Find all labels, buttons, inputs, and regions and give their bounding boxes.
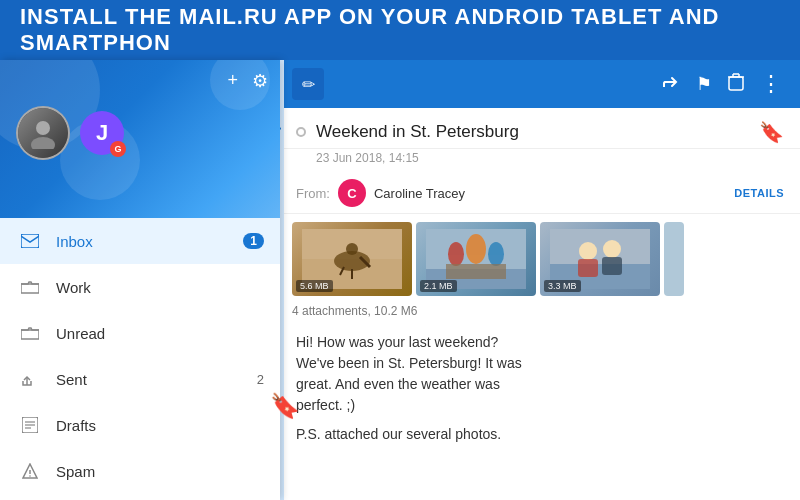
body-line-5: P.S. attached our several photos.: [296, 424, 784, 445]
svg-rect-2: [21, 234, 39, 248]
email-date: 23 Jun 2018, 14:15: [280, 149, 800, 173]
sent-badge: 2: [257, 372, 264, 387]
unread-folder-icon: [16, 326, 44, 341]
email-body: Hi! How was your last weekend? We've bee…: [280, 322, 800, 455]
email-from-row: From: C Caroline Tracey DETAILS: [280, 173, 800, 214]
svg-rect-33: [602, 257, 622, 275]
attachment-1[interactable]: 5.6 MB: [292, 222, 412, 296]
sidebar-item-drafts[interactable]: Drafts: [0, 402, 280, 448]
flag-icon[interactable]: ⚑: [690, 67, 718, 101]
account-avatar[interactable]: J G: [80, 111, 124, 155]
bookmark-icon[interactable]: 🔖: [759, 120, 784, 144]
svg-rect-27: [446, 264, 506, 279]
account-badge: G: [110, 141, 126, 157]
attachment-4-partial[interactable]: [664, 222, 684, 296]
banner-text: INSTALL THE MAIL.RU APP ON YOUR ANDROID …: [20, 4, 780, 56]
work-folder-icon: [16, 280, 44, 295]
pencil-icon: ✏: [302, 75, 315, 94]
attachment-2-size: 2.1 MB: [420, 280, 457, 292]
details-button[interactable]: DETAILS: [734, 187, 784, 199]
svg-point-24: [448, 242, 464, 266]
partial-bookmark: 🔖: [270, 392, 300, 420]
body-spacer: [296, 416, 784, 424]
sidebar: + ⚙ J G Jason Stanton: [0, 60, 280, 500]
svg-point-30: [579, 242, 597, 260]
svg-rect-31: [578, 259, 598, 277]
attachment-1-size: 5.6 MB: [296, 280, 333, 292]
unread-dot: [296, 127, 306, 137]
avatars-row: J G: [0, 106, 280, 160]
sender-name: Caroline Tracey: [374, 186, 465, 201]
svg-point-32: [603, 240, 621, 258]
attachment-3[interactable]: 3.3 MB: [540, 222, 660, 296]
compose-button[interactable]: ✏: [292, 68, 324, 100]
svg-point-9: [29, 475, 31, 477]
attachment-3-size: 3.3 MB: [544, 280, 581, 292]
add-icon[interactable]: +: [227, 70, 238, 92]
drafts-label: Drafts: [56, 417, 264, 434]
main-avatar[interactable]: [16, 106, 70, 160]
from-info: From: C Caroline Tracey: [296, 179, 465, 207]
email-title-left: Weekend in St. Petersburg: [296, 122, 519, 142]
svg-point-0: [36, 121, 50, 135]
sidebar-item-spam[interactable]: Spam: [0, 448, 280, 494]
sidebar-toolbar: + ⚙: [0, 60, 280, 102]
svg-point-18: [346, 243, 358, 255]
sent-label: Sent: [56, 371, 257, 388]
email-header-right: ⚑ ⋮: [656, 65, 788, 103]
sender-avatar: C: [338, 179, 366, 207]
attachments-count: 4 attachments, 10.2 M6: [280, 304, 800, 322]
sent-icon: [16, 371, 44, 387]
unread-label: Unread: [56, 325, 264, 342]
body-line-4: perfect. ;): [296, 395, 784, 416]
email-content: Weekend in St. Petersburg 🔖 23 Jun 2018,…: [280, 108, 800, 500]
body-line-1: Hi! How was your last weekend?: [296, 332, 784, 353]
email-subject-row: Weekend in St. Petersburg 🔖: [280, 108, 800, 149]
sidebar-item-work[interactable]: Work: [0, 264, 280, 310]
email-header-left: ✏: [292, 68, 324, 100]
spam-label: Spam: [56, 463, 264, 480]
svg-point-1: [31, 137, 55, 149]
drafts-icon: [16, 417, 44, 433]
svg-point-25: [466, 234, 486, 264]
trash-icon[interactable]: [722, 67, 750, 102]
avatar-image: [18, 108, 68, 158]
sidebar-item-sent[interactable]: Sent 2: [0, 356, 280, 402]
attachments-row: 5.6 MB: [280, 214, 800, 304]
sidebar-nav: Inbox 1 Work U: [0, 218, 280, 494]
sidebar-item-unread[interactable]: Unread: [0, 310, 280, 356]
right-panel: ✏ ⚑: [280, 60, 800, 500]
body-line-3: great. And even the weather was: [296, 374, 784, 395]
inbox-badge: 1: [243, 233, 264, 249]
top-banner: INSTALL THE MAIL.RU APP ON YOUR ANDROID …: [0, 0, 800, 60]
inbox-label: Inbox: [56, 233, 243, 250]
email-header-bar: ✏ ⚑: [280, 60, 800, 108]
body-line-2: We've been in St. Petersburg! It was: [296, 353, 784, 374]
from-label: From:: [296, 186, 330, 201]
sidebar-item-inbox[interactable]: Inbox 1: [0, 218, 280, 264]
settings-icon[interactable]: ⚙: [252, 70, 268, 92]
attachment-2[interactable]: 2.1 MB: [416, 222, 536, 296]
forward-icon[interactable]: [656, 67, 686, 102]
work-label: Work: [56, 279, 264, 296]
inbox-icon: [16, 234, 44, 248]
svg-point-26: [488, 242, 504, 266]
spam-icon: [16, 463, 44, 479]
more-icon[interactable]: ⋮: [754, 65, 788, 103]
email-subject: Weekend in St. Petersburg: [316, 122, 519, 142]
main-area: + ⚙ J G Jason Stanton: [0, 60, 800, 500]
svg-rect-10: [729, 77, 743, 90]
